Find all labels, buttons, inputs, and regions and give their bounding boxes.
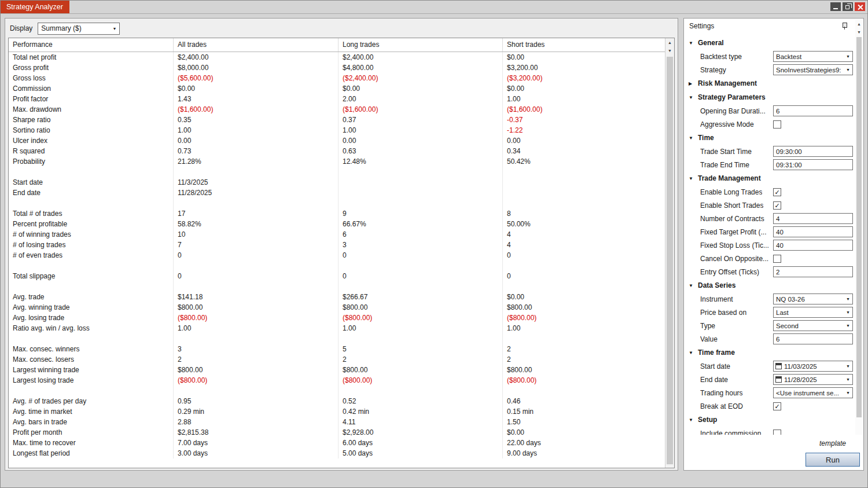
column-header-all-trades[interactable]: All trades <box>174 38 339 52</box>
table-row[interactable]: Sharpe ratio0.350.37-0.37 <box>9 115 665 125</box>
table-row[interactable]: Avg. winning trade$800.00$800.00$800.00 <box>9 302 665 313</box>
table-row[interactable]: Avg. # of trades per day0.950.520.46 <box>9 396 665 406</box>
table-row[interactable]: Max. consec. winners352 <box>9 344 665 354</box>
aggressive-mode-checkbox[interactable] <box>773 120 781 129</box>
collapse-icon[interactable]: ▼ <box>689 95 695 100</box>
run-button[interactable]: Run <box>806 453 860 467</box>
fixed-target-profit-input[interactable]: 40 <box>773 226 853 237</box>
table-row[interactable]: Longest flat period3.00 days5.00 days9.0… <box>9 448 665 458</box>
scroll-up-icon[interactable]: ▲ <box>855 20 863 28</box>
metric-value: 1.43 <box>174 94 339 104</box>
table-row[interactable]: R squared0.730.630.34 <box>9 146 665 156</box>
scrollbar-thumb[interactable] <box>667 57 673 464</box>
display-dropdown[interactable]: Summary ($) ▼ <box>38 23 120 35</box>
collapse-icon[interactable]: ▼ <box>689 41 695 46</box>
table-row[interactable]: Start date11/3/2025 <box>9 177 665 188</box>
opening-bar-durati-input[interactable]: 6 <box>773 105 853 116</box>
table-row[interactable]: Max. consec. losers222 <box>9 354 665 365</box>
metric-value: 0.29 min <box>174 406 339 417</box>
table-row[interactable]: Ulcer index0.000.000.00 <box>9 135 665 146</box>
include-commission-checkbox[interactable] <box>773 430 781 435</box>
table-row[interactable]: # of losing trades734 <box>9 240 665 250</box>
instrument-dropdown[interactable]: NQ 03-26▼ <box>773 293 853 304</box>
table-row[interactable]: Avg. losing trade($800.00)($800.00)($800… <box>9 313 665 323</box>
end-date-dropdown[interactable]: 11/28/2025▼ <box>773 374 853 385</box>
strategy-dropdown[interactable]: SnoInvestStrategies9:▼ <box>773 64 853 75</box>
break-at-eod-checkbox[interactable]: ✓ <box>773 402 781 410</box>
metric-value: 4 <box>503 240 665 250</box>
entry-offset-ticks-input[interactable]: 2 <box>773 266 853 277</box>
collapse-icon[interactable]: ▼ <box>689 176 695 181</box>
column-header-long-trades[interactable]: Long trades <box>339 38 503 52</box>
collapse-icon[interactable]: ▼ <box>689 350 695 355</box>
scroll-down-icon[interactable]: ▼ <box>665 46 674 54</box>
window-title-tab[interactable]: Strategy Analyzer <box>0 0 69 13</box>
close-button[interactable] <box>855 2 865 11</box>
table-row[interactable]: Avg. time in market0.29 min0.42 min0.15 … <box>9 406 665 417</box>
price-based-on-dropdown[interactable]: Last▼ <box>773 307 853 318</box>
table-row[interactable]: Avg. trade$141.18$266.67$0.00 <box>9 292 665 302</box>
fixed-stop-loss-tic-input[interactable]: 40 <box>773 240 853 251</box>
collapse-icon[interactable]: ▼ <box>689 283 695 288</box>
scroll-down-icon[interactable]: ▼ <box>855 28 863 36</box>
section-risk-management[interactable]: ▶Risk Management <box>684 76 855 90</box>
table-row[interactable]: Max. drawdown($1,600.00)($1,600.00)($1,6… <box>9 104 665 115</box>
metric-value: 3.00 days <box>174 448 339 458</box>
minimize-button[interactable] <box>830 2 841 11</box>
section-strategy-parameters[interactable]: ▼Strategy Parameters <box>684 90 855 104</box>
table-row[interactable]: Probability21.28%12.48%50.42% <box>9 156 665 167</box>
cancel-on-opposite-checkbox[interactable] <box>773 255 781 263</box>
table-row[interactable]: Total # of trades1798 <box>9 208 665 219</box>
table-row[interactable]: Gross profit$8,000.00$4,800.00$3,200.00 <box>9 63 665 73</box>
settings-scrollbar[interactable]: ▲ ▼ <box>855 20 863 435</box>
table-row[interactable]: Percent profitable58.82%66.67%50.00% <box>9 219 665 229</box>
table-row[interactable]: Max. time to recover7.00 days6.00 days22… <box>9 438 665 448</box>
pin-icon[interactable] <box>841 22 847 30</box>
trading-hours-dropdown[interactable]: <Use instrument se...▼ <box>773 387 853 398</box>
table-row[interactable]: Gross loss($5,600.00)($2,400.00)($3,200.… <box>9 73 665 83</box>
enable-long-trades-checkbox[interactable]: ✓ <box>773 188 781 196</box>
table-row[interactable]: Sortino ratio1.001.00-1.22 <box>9 125 665 135</box>
section-general[interactable]: ▼General <box>684 36 855 50</box>
section-time-frame[interactable]: ▼Time frame <box>684 346 855 359</box>
table-row[interactable]: Largest losing trade($800.00)($800.00)($… <box>9 375 665 386</box>
metric-label: # of losing trades <box>9 240 174 250</box>
expand-icon[interactable]: ▶ <box>689 81 695 86</box>
column-header-short-trades[interactable]: Short trades <box>503 38 665 52</box>
table-row[interactable]: # of even trades000 <box>9 250 665 260</box>
table-row[interactable]: Largest winning trade$800.00$800.00$800.… <box>9 365 665 375</box>
table-row[interactable]: Total net profit$2,400.00$2,400.00$0.00 <box>9 52 665 63</box>
number-of-contracts-input[interactable]: 4 <box>773 213 853 224</box>
scrollbar-thumb[interactable] <box>856 37 862 417</box>
backtest-type-dropdown[interactable]: Backtest▼ <box>773 51 853 62</box>
table-row[interactable]: Total slippage000 <box>9 271 665 281</box>
table-row[interactable]: Commission$0.00$0.00$0.00 <box>9 83 665 94</box>
scroll-up-icon[interactable]: ▲ <box>665 38 674 46</box>
start-date-dropdown[interactable]: 11/03/2025▼ <box>773 361 853 372</box>
collapse-icon[interactable]: ▼ <box>689 135 695 141</box>
type-dropdown[interactable]: Second▼ <box>773 320 853 331</box>
section-time[interactable]: ▼Time <box>684 131 855 145</box>
table-row[interactable]: End date11/28/2025 <box>9 188 665 198</box>
template-link[interactable]: template <box>819 439 846 447</box>
value-input[interactable]: 6 <box>773 333 853 344</box>
metric-label: Ratio avg. win / avg. loss <box>9 323 174 333</box>
column-header-performance[interactable]: Performance <box>9 38 174 52</box>
trade-start-time-input[interactable]: 09:30:00 <box>773 146 853 157</box>
table-row[interactable]: Ratio avg. win / avg. loss1.001.001.00 <box>9 323 665 333</box>
table-scrollbar[interactable]: ▲ ▼ <box>665 38 674 468</box>
metric-value <box>503 333 665 344</box>
metric-value <box>174 281 339 292</box>
enable-short-trades-checkbox[interactable]: ✓ <box>773 201 781 210</box>
section-data-series[interactable]: ▼Data Series <box>684 278 855 292</box>
section-trade-management[interactable]: ▼Trade Management <box>684 171 855 185</box>
restore-button[interactable] <box>843 2 853 11</box>
table-row[interactable]: Avg. bars in trade2.884.111.50 <box>9 417 665 427</box>
trade-end-time-input[interactable]: 09:31:00 <box>773 159 853 170</box>
table-row[interactable]: Profit per month$2,815.38$2,928.00$0.00 <box>9 427 665 438</box>
table-row[interactable]: Profit factor1.432.001.00 <box>9 94 665 104</box>
collapse-icon[interactable]: ▼ <box>689 417 695 423</box>
table-row[interactable]: # of winning trades1064 <box>9 229 665 240</box>
section-setup[interactable]: ▼Setup <box>684 413 855 427</box>
chevron-down-icon: ▼ <box>844 68 852 72</box>
